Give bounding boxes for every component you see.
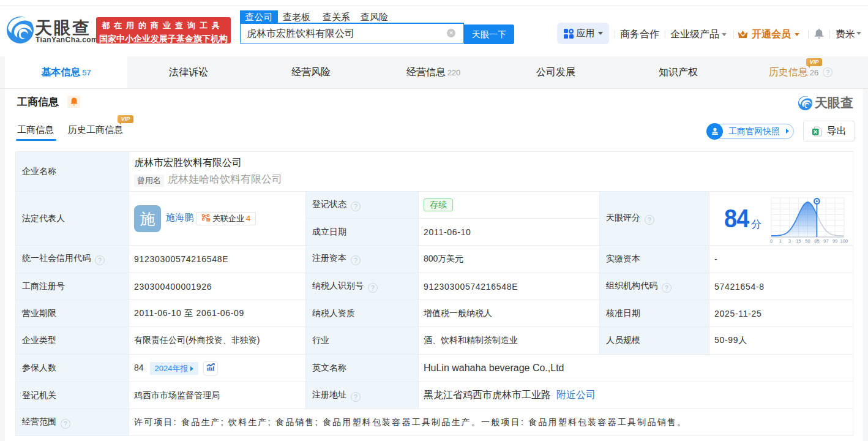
svg-text:3: 3 — [788, 238, 791, 244]
svg-text:15: 15 — [796, 238, 801, 244]
svg-text:50: 50 — [805, 238, 810, 244]
svg-text:企: 企 — [207, 218, 210, 221]
svg-text:97: 97 — [823, 238, 828, 244]
svg-text:99: 99 — [832, 238, 837, 244]
svg-text:0: 0 — [770, 238, 773, 244]
svg-text:85: 85 — [814, 238, 819, 244]
svg-text:1: 1 — [779, 238, 782, 244]
svg-text:100: 100 — [840, 238, 848, 244]
